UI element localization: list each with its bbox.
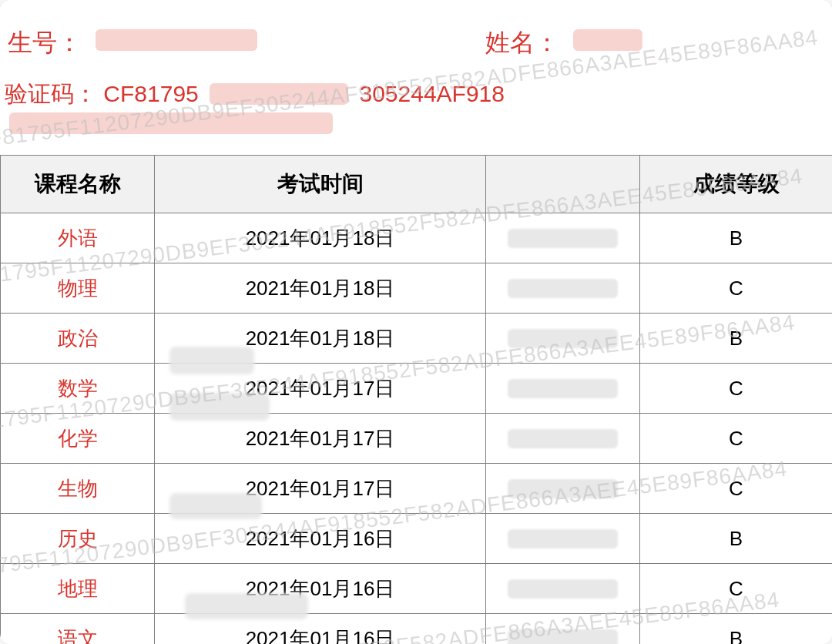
cell-date: 2021年01月18日 [155,213,486,263]
cell-date: 2021年01月18日 [155,263,486,314]
cell-grade: C [640,364,833,414]
cell-course: 语文 [1,614,155,644]
cell-grade: B [640,314,833,364]
cell-date: 2021年01月16日 [155,564,486,614]
cell-course: 地理 [1,564,155,614]
table-row: 历史2021年01月16日B [1,514,833,564]
verify-value-part2: 305244AF918 [359,81,505,106]
cell-grade: C [640,263,833,314]
redaction-smear [96,29,257,51]
table-row: 地理2021年01月16日C [1,564,833,614]
cell-grade: C [640,414,833,464]
cell-date: 2021年01月16日 [155,614,486,644]
cell-course: 政治 [1,314,155,364]
cell-redacted [486,263,640,314]
student-info: 生号： 姓名： [0,0,832,79]
cell-grade: B [640,213,833,263]
col-hidden [486,156,640,213]
grades-table: 课程名称 考试时间 成绩等级 外语2021年01月18日B物理2021年01月1… [0,155,832,644]
col-course: 课程名称 [1,156,155,213]
cell-course: 生物 [1,464,155,514]
cell-redacted [486,314,640,364]
cell-redacted [486,364,640,414]
redaction-smear [573,29,642,51]
student-id-label: 生号： [8,22,82,63]
verify-value-part1: CF81795 [103,81,198,106]
cell-redacted [486,514,640,564]
cell-course: 外语 [1,213,155,263]
cell-grade: B [640,514,833,564]
redaction-smear [9,112,333,134]
score-card: 生号： 姓名： 验证码： CF81795 305244AF918 课程名称 考试… [0,0,832,644]
cell-redacted [486,464,640,514]
table-row: 外语2021年01月18日B [1,213,833,263]
table-row: 化学2021年01月17日C [1,414,833,464]
col-grade: 成绩等级 [640,156,833,213]
cell-date: 2021年01月16日 [155,514,486,564]
cell-date: 2021年01月18日 [155,314,486,364]
cell-course: 物理 [1,263,155,314]
table-row: 生物2021年01月17日C [1,464,833,514]
cell-grade: B [640,614,833,644]
cell-date: 2021年01月17日 [155,464,486,514]
cell-date: 2021年01月17日 [155,364,486,414]
cell-redacted [486,564,640,614]
cell-redacted [486,213,640,263]
table-row: 政治2021年01月18日B [1,314,833,364]
cell-grade: C [640,464,833,514]
cell-grade: C [640,564,833,614]
cell-course: 化学 [1,414,155,464]
verify-label: 验证码： [5,81,97,106]
col-date: 考试时间 [155,156,486,213]
table-row: 物理2021年01月18日C [1,263,833,314]
cell-course: 数学 [1,364,155,414]
verify-code-row: 验证码： CF81795 305244AF918 [0,79,832,155]
cell-redacted [486,614,640,644]
table-row: 语文2021年01月16日B [1,614,833,644]
table-header-row: 课程名称 考试时间 成绩等级 [1,156,833,213]
redaction-smear [210,83,348,105]
cell-date: 2021年01月17日 [155,414,486,464]
table-row: 数学2021年01月17日C [1,364,833,414]
name-label: 姓名： [485,22,559,63]
cell-redacted [486,414,640,464]
cell-course: 历史 [1,514,155,564]
